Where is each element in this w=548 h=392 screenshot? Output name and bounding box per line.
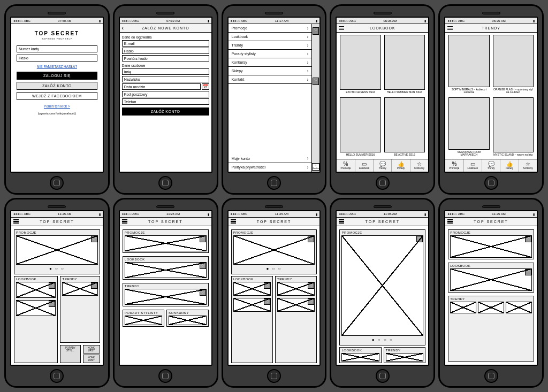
trendy-card[interactable]: ORANGE FLASH – sportowy styl na co dzień: [493, 35, 534, 94]
promo-image[interactable]: ♡: [450, 235, 532, 258]
firstname-input[interactable]: Imię: [122, 68, 209, 75]
password-input[interactable]: Hasło: [17, 55, 97, 62]
home-button[interactable]: [484, 176, 498, 190]
trendy-image[interactable]: ♡: [125, 289, 207, 305]
lookbook-image[interactable]: ♡: [233, 282, 271, 296]
heart-icon[interactable]: ♡: [313, 78, 319, 85]
create-account-button[interactable]: ZAŁÓŻ KONTO: [122, 107, 209, 116]
lookbook-image[interactable]: ♡: [450, 268, 532, 291]
menu-item-trendy[interactable]: Trendy›: [229, 41, 312, 50]
lookbook-image[interactable]: ♡: [16, 282, 56, 298]
trendy-image[interactable]: [450, 302, 476, 313]
menu-item-sklepy[interactable]: Sklepy›: [229, 67, 312, 75]
heart-icon[interactable]: ♡: [200, 263, 206, 269]
phone-input[interactable]: Telefon: [122, 98, 209, 105]
trendy-image[interactable]: ♡: [277, 298, 315, 312]
tab-promocje[interactable]: %Promocje: [337, 159, 355, 172]
heart-icon[interactable]: ♡: [308, 282, 314, 289]
home-button[interactable]: [267, 176, 281, 190]
konkursy-tile[interactable]: KONK URSY: [83, 345, 100, 353]
home-button[interactable]: [158, 369, 172, 383]
carousel-dots[interactable]: ● ○ ○: [233, 266, 315, 271]
back-icon[interactable]: ‹: [122, 25, 124, 31]
heart-icon[interactable]: ♡: [525, 236, 531, 242]
menu-icon[interactable]: [447, 26, 453, 30]
home-button[interactable]: [376, 369, 390, 383]
password-input[interactable]: Hasło: [122, 48, 209, 54]
home-button[interactable]: [376, 176, 390, 190]
heart-icon[interactable]: ♡: [313, 27, 319, 35]
konkursy-image[interactable]: [169, 316, 206, 325]
promo-image[interactable]: ♡: [16, 235, 98, 265]
menu-icon[interactable]: [447, 219, 453, 224]
menu-icon[interactable]: [231, 219, 236, 224]
trendy-image[interactable]: [506, 302, 532, 313]
tab-lookbook[interactable]: ▭Lookbook: [464, 159, 482, 172]
zip-input[interactable]: Kod pocztowy: [122, 91, 209, 97]
tab-konkursy[interactable]: ☆Konkursy: [410, 159, 428, 172]
heart-icon[interactable]: ♡: [200, 236, 206, 242]
tab-lookbook[interactable]: ▭Lookbook: [355, 159, 374, 172]
heart-icon[interactable]: ♡: [49, 301, 55, 307]
card-number-input[interactable]: Numer karty: [17, 45, 97, 52]
home-button[interactable]: [50, 176, 64, 190]
tab-konkursy-peek[interactable]: ☆Konkursy: [312, 163, 319, 171]
home-button[interactable]: [50, 369, 64, 383]
tab-trendy[interactable]: 💬Trendy: [374, 159, 392, 172]
promo-image[interactable]: ♡: [125, 235, 207, 251]
lookbook-card[interactable]: EXOTIC GREENS SS16: [340, 35, 380, 94]
lookbook-card[interactable]: BE ACTIVE SS16: [384, 97, 425, 157]
trendy-card[interactable]: MEMORIES FROM MARRAKECH: [448, 97, 489, 157]
trendy-tile[interactable]: TRENDY: [384, 347, 425, 363]
trendy-image[interactable]: [478, 302, 504, 313]
heart-icon[interactable]: ♡: [308, 236, 314, 242]
porady-tile[interactable]: PORADY STYL…: [60, 345, 80, 363]
lookbook-image[interactable]: ♡: [125, 262, 207, 278]
skip-link[interactable]: Pomiń ten krok >: [13, 104, 101, 108]
menu-icon[interactable]: [13, 219, 19, 224]
calendar-icon[interactable]: 📅: [202, 83, 209, 90]
email-input[interactable]: E-mail: [122, 40, 209, 47]
dob-input[interactable]: Data urodzin: [122, 83, 201, 90]
heart-icon[interactable]: ♡: [264, 282, 270, 289]
trendy-card[interactable]: MYSTIC ISLAND – wzory na lato: [493, 97, 534, 157]
menu-icon[interactable]: [122, 219, 127, 224]
lookbook-card[interactable]: HELLO SUMMER SS16: [340, 97, 380, 157]
carousel-dots[interactable]: ● ○ ○ ○: [341, 337, 423, 342]
menu-item-lookbook[interactable]: Lookbook›: [229, 33, 312, 41]
heart-icon[interactable]: ♡: [416, 236, 423, 242]
lookbook-image[interactable]: ♡: [233, 298, 271, 312]
promo-hero-image[interactable]: ♡: [341, 235, 423, 336]
menu-item-konkursy[interactable]: Konkursy›: [229, 58, 312, 67]
lookbook-image[interactable]: ♡: [16, 300, 56, 316]
trendy-card[interactable]: SOFT MINERALS – kobieco i subtelnie: [448, 35, 489, 94]
menu-icon[interactable]: [339, 26, 344, 30]
trendy-image[interactable]: ♡: [277, 282, 315, 296]
lookbook-tile[interactable]: LOOKBOOK: [339, 347, 381, 363]
heart-icon[interactable]: ♡: [91, 236, 97, 242]
login-button[interactable]: ZALOGUJ SIĘ: [17, 72, 97, 80]
heart-icon[interactable]: ♡: [49, 282, 55, 289]
home-button[interactable]: [267, 369, 281, 383]
heart-icon[interactable]: ♡: [525, 269, 531, 275]
forgot-password-link[interactable]: NIE PAMIĘTASZ HASŁA?: [13, 65, 101, 68]
password-repeat-input[interactable]: Powtórz hasło: [122, 55, 209, 62]
promo-image[interactable]: ♡: [233, 235, 315, 265]
konkursy-tile[interactable]: KONK URSY: [83, 355, 100, 363]
menu-item-privacy[interactable]: Polityka prywatności›: [229, 163, 312, 172]
facebook-login-button[interactable]: WEJDŹ Z FACEBOOKIEM: [17, 92, 97, 100]
trendy-image[interactable]: ♡: [62, 282, 97, 296]
heart-icon[interactable]: ♡: [308, 298, 314, 305]
heart-icon[interactable]: ♡: [91, 282, 97, 289]
menu-item-kontakt[interactable]: Kontakt›: [229, 75, 312, 84]
home-button[interactable]: [158, 176, 172, 190]
tab-porady[interactable]: 👍Porady: [392, 159, 410, 172]
tab-konkursy[interactable]: ☆Konkursy: [519, 159, 537, 172]
home-button[interactable]: [484, 369, 498, 383]
tab-promocje[interactable]: %Promocje: [445, 159, 463, 172]
heart-icon[interactable]: ♡: [200, 289, 206, 296]
heart-icon[interactable]: ♡: [264, 298, 270, 305]
porady-image[interactable]: [125, 316, 162, 325]
menu-item-account[interactable]: Moje konto›: [229, 155, 312, 163]
menu-item-promocje[interactable]: Promocje›: [229, 24, 312, 33]
